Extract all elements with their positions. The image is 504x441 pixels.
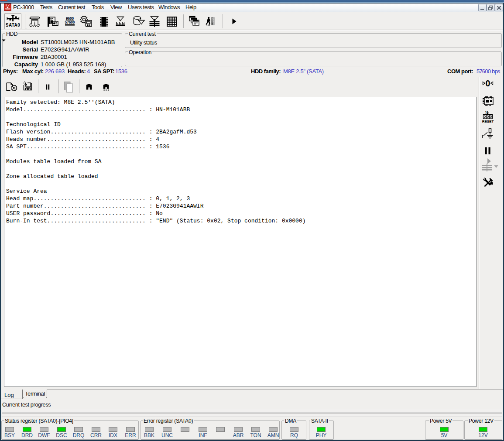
svg-text:9600: 9600 xyxy=(66,17,74,21)
svg-text:0: 0 xyxy=(486,79,490,88)
svg-text:RESET: RESET xyxy=(482,120,494,123)
svg-text:1: 1 xyxy=(485,110,487,114)
svg-text:57600: 57600 xyxy=(65,21,75,24)
